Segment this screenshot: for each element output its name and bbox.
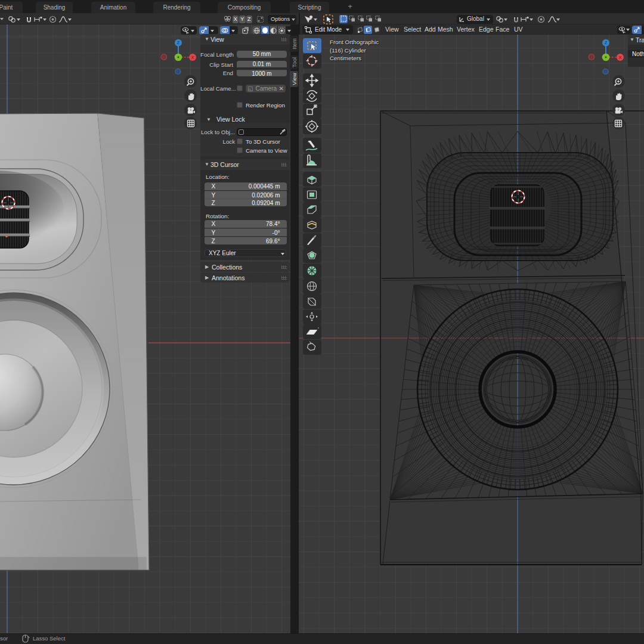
svg-text:Z: Z — [177, 40, 179, 45]
svg-text:Z: Z — [604, 40, 607, 45]
svg-text:X: X — [191, 54, 194, 60]
svg-text:X: X — [618, 54, 621, 60]
